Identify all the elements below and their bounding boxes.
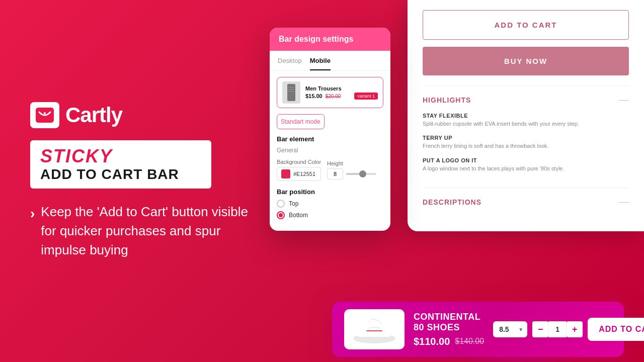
product-price-row: $15.00 $20.00 variant 1	[305, 93, 378, 100]
bar-position-label: Bar position	[277, 188, 383, 196]
settings-row: Background Color #E12551 Height 8	[277, 159, 383, 181]
highlights-section: HIGHLIGHTS — STAY FLEXIBLE Split-rubber …	[423, 85, 629, 188]
tab-mobile[interactable]: Mobile	[310, 57, 331, 70]
descriptions-title: DESCRIPTIONS	[423, 198, 481, 206]
tagline: › Keep the 'Add to Cart' button visible …	[30, 203, 252, 259]
sticky-price-row: $110.00 $140.00	[414, 336, 484, 347]
highlights-header[interactable]: HIGHLIGHTS —	[423, 94, 629, 106]
size-select-wrap: 8.5 9.0 9.5 10.0	[493, 321, 527, 337]
background-color-setting: Background Color #E12551	[277, 159, 321, 181]
height-input: 8	[327, 168, 376, 179]
position-top-row: Top	[277, 200, 383, 208]
panel-body: Bar element General Background Color #E1…	[270, 135, 390, 231]
svg-point-1	[44, 112, 46, 114]
size-select[interactable]: 8.5 9.0 9.5 10.0	[493, 321, 527, 337]
logo-area: Cartly	[30, 102, 252, 128]
highlight-items: STAY FLEXIBLE Split-rubber cupsole with …	[423, 106, 629, 172]
sticky-product-name: CONTINENTAL 80 SHOES	[414, 312, 484, 333]
highlight-name-3: PUT A LOGO ON IT	[423, 157, 629, 163]
bar-element-label: Bar element	[277, 135, 383, 143]
highlight-name-2: TERRY UP	[423, 135, 629, 141]
highlight-desc-2: French terry lining is soft and has a th…	[423, 142, 629, 150]
add-to-cart-button-main[interactable]: ADD TO CART	[423, 10, 629, 40]
height-value: 8	[327, 168, 343, 179]
sticky-add-to-cart-bar: CONTINENTAL 80 SHOES $110.00 $140.00 8.5…	[332, 302, 624, 357]
descriptions-header[interactable]: DESCRIPTIONS —	[423, 196, 629, 208]
tagline-text: Keep the 'Add to Cart' button visible fo…	[41, 203, 252, 259]
quantity-increase-button[interactable]: +	[567, 321, 583, 337]
buy-now-button[interactable]: BUY NOW	[423, 47, 629, 75]
panel-header: Bar design settings	[270, 28, 390, 51]
descriptions-toggle-icon: —	[619, 196, 629, 208]
product-variant-badge: variant 1	[354, 93, 378, 100]
product-thumbnail	[282, 81, 300, 104]
color-value: #E12551	[293, 171, 315, 177]
panel-tabs: Desktop Mobile	[270, 51, 390, 71]
highlights-toggle-icon: —	[619, 94, 629, 106]
highlight-item-2: TERRY UP French terry lining is soft and…	[423, 135, 629, 150]
color-input[interactable]: #E12551	[277, 167, 321, 181]
badge-main-text: ADD TO CART BAR	[40, 167, 201, 182]
height-setting: Height 8	[327, 160, 376, 179]
logo-text: Cartly	[65, 103, 122, 127]
bar-position-section: Bar position Top Bottom	[277, 188, 383, 219]
logo-icon	[30, 102, 59, 128]
sticky-price-original: $140.00	[455, 337, 484, 346]
panel-title: Bar design settings	[279, 35, 353, 43]
highlight-item-1: STAY FLEXIBLE Split-rubber cupsole with …	[423, 113, 629, 128]
position-top-label: Top	[289, 200, 298, 207]
highlight-desc-1: Split-rubber cupsole with EVA insert ben…	[423, 120, 629, 128]
highlight-desc-3: A logo window next to the laces plays wi…	[423, 165, 629, 172]
general-label: General	[277, 147, 383, 154]
center-panel: Bar design settings Desktop Mobile Men T…	[270, 28, 390, 231]
radio-bottom[interactable]	[277, 211, 285, 219]
tagline-arrow-icon: ›	[30, 204, 35, 259]
quantity-decrease-button[interactable]: −	[532, 321, 548, 337]
radio-top[interactable]	[277, 200, 285, 208]
height-slider[interactable]	[346, 173, 376, 175]
tab-desktop[interactable]: Desktop	[278, 57, 302, 70]
height-label: Height	[327, 160, 376, 166]
badge-background: STICKY ADD TO CART BAR	[30, 140, 211, 189]
background-color-label: Background Color	[277, 159, 321, 165]
right-panel: ADD TO CART BUY NOW HIGHLIGHTS — STAY FL…	[408, 0, 644, 231]
product-price-current: $15.00	[305, 93, 323, 99]
badge-area: STICKY ADD TO CART BAR	[30, 140, 211, 189]
sticky-price-current: $110.00	[414, 336, 450, 347]
sticky-product-info: CONTINENTAL 80 SHOES $110.00 $140.00	[414, 312, 484, 347]
position-bottom-label: Bottom	[289, 212, 308, 219]
svg-rect-5	[288, 89, 294, 89]
highlight-item-3: PUT A LOGO ON IT A logo window next to t…	[423, 157, 629, 172]
standard-mode-button[interactable]: Standart mode	[277, 114, 325, 129]
shoe-image	[344, 309, 405, 349]
position-bottom-row: Bottom	[277, 211, 383, 219]
svg-rect-6	[288, 91, 294, 92]
quantity-value: 1	[548, 321, 567, 337]
product-preview: Men Trousers $15.00 $20.00 variant 1	[277, 77, 383, 108]
quantity-control: − 1 +	[532, 321, 583, 337]
highlights-title: HIGHLIGHTS	[423, 96, 471, 104]
product-info: Men Trousers $15.00 $20.00 variant 1	[305, 85, 378, 100]
product-name: Men Trousers	[305, 85, 378, 92]
descriptions-section: DESCRIPTIONS —	[423, 188, 629, 216]
color-swatch	[281, 169, 290, 178]
left-section: Cartly STICKY ADD TO CART BAR › Keep the…	[30, 0, 252, 362]
slider-thumb	[359, 170, 366, 177]
product-price-original: $20.00	[326, 94, 341, 99]
right-panel-inner: ADD TO CART BUY NOW HIGHLIGHTS — STAY FL…	[408, 0, 644, 226]
svg-rect-4	[288, 87, 294, 87]
sticky-controls: 8.5 9.0 9.5 10.0 − 1 + ADD TO CART	[493, 318, 644, 341]
highlight-name-1: STAY FLEXIBLE	[423, 113, 629, 119]
svg-rect-3	[287, 84, 295, 101]
sticky-add-to-cart-button[interactable]: ADD TO CART	[588, 318, 644, 341]
badge-sticky-text: STICKY	[40, 147, 201, 165]
